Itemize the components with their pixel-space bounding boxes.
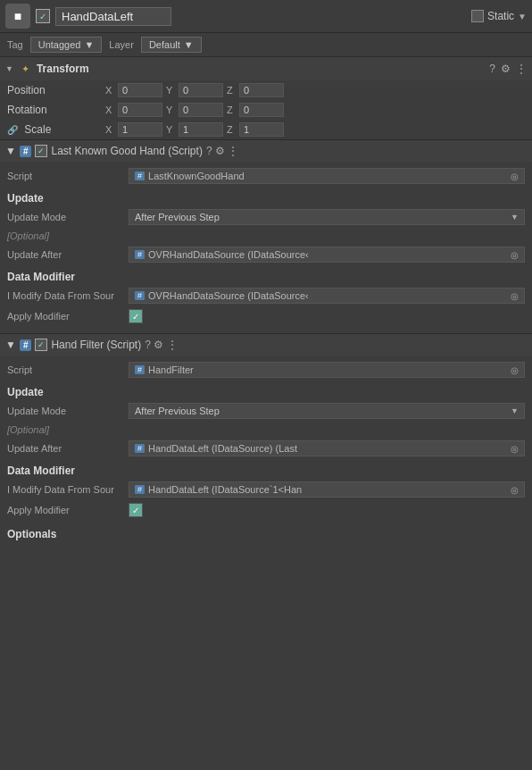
hf-script-name: HandFilter	[148, 364, 194, 375]
position-z[interactable]	[239, 83, 284, 97]
lkg-update-after-row: Update After # OVRHandDataSource (IDataS…	[7, 244, 525, 265]
lkg-update-after-hash: #	[135, 250, 145, 259]
position-y[interactable]	[179, 83, 223, 97]
object-active-checkbox[interactable]: ✓	[36, 9, 50, 23]
rotation-fields: X Y Z	[105, 103, 525, 117]
hf-settings-icon[interactable]: ⚙	[154, 339, 163, 351]
lkg-apply-modifier-row: Apply Modifier ✓	[7, 306, 525, 326]
hf-update-section: Update	[7, 381, 525, 400]
lkg-modify-value[interactable]: # OVRHandDataSource (IDataSource‹ ◎	[129, 288, 525, 304]
static-checkbox[interactable]	[471, 10, 484, 22]
lkg-update-mode-value: After Previous Step	[135, 212, 220, 222]
scale-fields: X Y Z	[105, 122, 525, 137]
hf-update-mode-row: Update Mode After Previous Step ▼	[7, 400, 525, 422]
transform-header-icons: ? ⚙ ⋮	[489, 63, 527, 75]
lkg-update-after-target-icon[interactable]: ◎	[511, 250, 519, 260]
lkg-modify-target-icon[interactable]: ◎	[511, 291, 519, 301]
static-dropdown-arrow[interactable]: ▼	[518, 12, 527, 21]
lkg-more-icon[interactable]: ⋮	[228, 145, 238, 157]
transform-chevron: ▼	[5, 64, 13, 73]
lkg-optional-row: [Optional]	[7, 228, 525, 244]
hf-update-after-row: Update After # HandDataLeft (IDataSource…	[7, 438, 525, 459]
hf-help-icon[interactable]: ?	[145, 339, 151, 351]
lkg-script-row: Script # LastKnownGoodHand ◎	[7, 165, 525, 187]
hand-filter-header[interactable]: ▼ # ✓ Hand Filter (Script) ? ⚙ ⋮	[0, 334, 532, 356]
hf-apply-modifier-check[interactable]: ✓	[129, 503, 143, 517]
transform-help-icon[interactable]: ?	[489, 63, 495, 75]
lkg-script-hash: #	[135, 172, 145, 180]
tag-label: Tag	[7, 39, 23, 50]
hf-chevron: ▼	[5, 339, 16, 351]
hf-update-after-hash: #	[135, 444, 145, 453]
hf-optional-label: [Optional]	[7, 424, 49, 435]
hf-script-target-icon[interactable]: ◎	[511, 365, 519, 375]
lkg-script-value[interactable]: # LastKnownGoodHand ◎	[129, 168, 525, 184]
transform-settings-icon[interactable]: ⚙	[501, 63, 511, 75]
scale-y[interactable]	[179, 122, 223, 137]
hf-apply-modifier-label: Apply Modifier	[7, 505, 123, 515]
rotation-y[interactable]	[179, 103, 223, 117]
last-known-good-panel: ▼ # ✓ Last Known Good Hand (Script) ? ⚙ …	[0, 139, 532, 333]
scale-link-icon: 🔗	[7, 125, 18, 135]
hf-modify-value[interactable]: # HandDataLeft (IDataSource`1<Han ◎	[129, 481, 525, 498]
layer-value: Default	[149, 39, 180, 50]
hf-modify-target-icon[interactable]: ◎	[511, 485, 519, 495]
hf-hash-badge: #	[20, 339, 32, 351]
lkg-script-target-icon[interactable]: ◎	[511, 172, 519, 181]
lkg-update-after-value[interactable]: # OVRHandDataSource (IDataSource‹ ◎	[129, 247, 525, 263]
hf-body: Script # HandFilter ◎ Update Update Mode…	[0, 356, 532, 552]
hf-script-hash: #	[135, 365, 145, 374]
position-x[interactable]	[118, 83, 162, 97]
hf-optionals-row: Optionals	[7, 520, 525, 545]
layer-dropdown[interactable]: Default ▼	[141, 37, 202, 53]
lkg-modify-label: I Modify Data From Sour	[7, 290, 123, 301]
lkg-update-mode-dropdown[interactable]: After Previous Step ▼	[129, 209, 525, 225]
transform-panel-header[interactable]: ▼ ✦ Transform ? ⚙ ⋮	[0, 57, 532, 80]
position-label: Position	[7, 84, 105, 96]
transform-more-icon[interactable]: ⋮	[516, 63, 527, 75]
scale-x[interactable]	[118, 122, 162, 137]
hand-filter-panel: ▼ # ✓ Hand Filter (Script) ? ⚙ ⋮ Script …	[0, 333, 532, 552]
hf-update-after-target-icon[interactable]: ◎	[511, 444, 519, 454]
hf-update-mode-arrow: ▼	[511, 406, 519, 415]
position-row: Position X Y Z	[0, 80, 532, 100]
hf-update-mode-dropdown[interactable]: After Previous Step ▼	[129, 403, 525, 419]
lkg-update-mode-arrow: ▼	[511, 213, 519, 222]
lkg-apply-modifier-check[interactable]: ✓	[129, 309, 143, 323]
lkg-hash-badge: #	[20, 146, 32, 157]
hf-more-icon[interactable]: ⋮	[167, 339, 178, 351]
hf-modify-name: HandDataLeft (IDataSource`1<Han	[148, 484, 302, 495]
rotation-label: Rotation	[7, 104, 105, 116]
object-name-field[interactable]: HandDataLeft	[55, 7, 171, 26]
hf-modify-hash: #	[135, 485, 145, 494]
unity-logo: ■	[5, 4, 30, 29]
hf-data-modifier-section: Data Modifier	[7, 459, 525, 479]
static-label: Static	[487, 10, 514, 22]
hf-script-label: Script	[7, 364, 123, 375]
lkg-enable-checkbox[interactable]: ✓	[35, 145, 47, 157]
lkg-modify-row: I Modify Data From Sour # OVRHandDataSou…	[7, 285, 525, 306]
lkg-data-modifier-section: Data Modifier	[7, 265, 525, 285]
position-fields: X Y Z	[105, 83, 525, 97]
lkg-help-icon[interactable]: ?	[206, 145, 212, 157]
hf-script-value[interactable]: # HandFilter ◎	[129, 362, 525, 378]
rotation-row: Rotation X Y Z	[0, 100, 532, 120]
hf-update-after-value[interactable]: # HandDataLeft (IDataSource) (Last ◎	[129, 440, 525, 456]
hf-update-after-name: HandDataLeft (IDataSource) (Last	[148, 443, 297, 454]
lkg-modify-hash: #	[135, 291, 145, 300]
hf-enable-checkbox[interactable]: ✓	[35, 339, 47, 351]
hf-optionals-label: Optionals	[7, 523, 56, 542]
top-header: ■ ✓ HandDataLeft Static ▼	[0, 0, 532, 33]
rotation-z[interactable]	[239, 103, 284, 117]
last-known-good-header[interactable]: ▼ # ✓ Last Known Good Hand (Script) ? ⚙ …	[0, 140, 532, 162]
rotation-x[interactable]	[118, 103, 162, 117]
lkg-update-mode-label: Update Mode	[7, 212, 123, 222]
hf-update-mode-label: Update Mode	[7, 406, 123, 416]
tag-dropdown[interactable]: Untagged ▼	[30, 37, 103, 53]
hf-modify-row: I Modify Data From Sour # HandDataLeft (…	[7, 479, 525, 500]
hf-apply-modifier-row: Apply Modifier ✓	[7, 500, 525, 520]
hf-update-mode-value: After Previous Step	[135, 406, 220, 416]
lkg-settings-icon[interactable]: ⚙	[215, 145, 225, 157]
scale-z[interactable]	[239, 122, 284, 137]
hf-header-icons: ? ⚙ ⋮	[145, 339, 177, 351]
